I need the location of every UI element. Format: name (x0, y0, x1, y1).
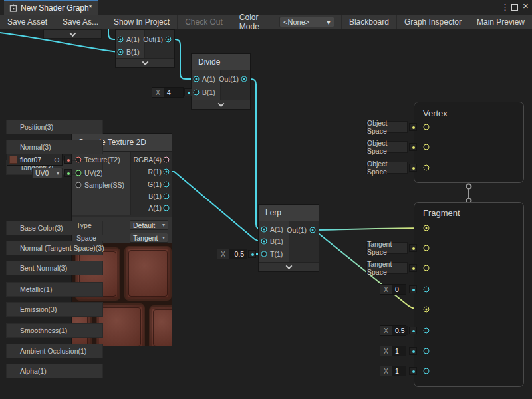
port-tangent[interactable] (424, 165, 430, 171)
vertex-block[interactable]: Vertex (414, 102, 524, 183)
fragment-title: Fragment (423, 208, 460, 218)
fragment-row-smoothness[interactable]: Smoothness(1) (6, 323, 103, 338)
input-port-sampler[interactable] (76, 182, 82, 188)
input-port-texture[interactable] (76, 157, 82, 163)
output-port-g[interactable] (164, 182, 170, 188)
port-normal-tangent-space[interactable] (424, 245, 430, 251)
lerp-t-value-field[interactable]: X -0.5 (217, 249, 246, 259)
vertex-row-normal[interactable]: Normal(3) (6, 140, 103, 154)
save-asset-button[interactable]: Save Asset (0, 15, 55, 29)
graph-inspector-button[interactable]: Graph Inspector (397, 15, 469, 29)
input-port-uv[interactable] (76, 170, 82, 176)
fragment-row-metallic[interactable]: Metallic(1) (6, 282, 103, 297)
row-label: Normal(3) (20, 143, 51, 151)
metallic-value-field[interactable]: X 0 (380, 284, 406, 295)
ambient-occlusion-value-field[interactable]: X 1 (380, 346, 406, 356)
node-title[interactable]: Divide (192, 54, 250, 70)
vertex-title: Vertex (423, 108, 448, 118)
preview-tile (124, 246, 172, 301)
output-port-r[interactable] (164, 169, 170, 175)
port-position[interactable] (424, 124, 430, 130)
x-label: X (217, 250, 229, 258)
value-connector-dot (64, 156, 72, 164)
blackboard-button[interactable]: Blackboard (341, 15, 397, 29)
port-emission[interactable] (424, 307, 430, 313)
color-mode-value: <None> (283, 18, 309, 26)
show-in-project-button[interactable]: Show In Project (106, 15, 178, 29)
input-port-b[interactable] (194, 90, 200, 96)
x-value[interactable]: 4 (164, 88, 183, 97)
close-icon[interactable]: × (523, 1, 529, 11)
preview-expander[interactable] (192, 100, 250, 109)
port-base-color[interactable] (424, 225, 430, 231)
x-value[interactable]: 0.5 (392, 326, 408, 335)
fragment-row-alpha[interactable]: Alpha(1) (6, 364, 103, 378)
node-lerp[interactable]: Lerp (258, 204, 319, 272)
chevron-down-icon (285, 263, 292, 269)
alpha-value-field[interactable]: X 1 (380, 366, 406, 376)
input-port-a[interactable] (118, 37, 124, 43)
texture-object-field[interactable]: floor07 ⊙ (7, 154, 63, 166)
output-port-out[interactable] (166, 37, 172, 43)
space-binding-badge: Object Space (366, 141, 408, 153)
vertex-row-position[interactable]: Position(3) (6, 120, 103, 134)
type-dropdown[interactable]: Default ▾ (130, 220, 168, 230)
port-label-b: B(1) (120, 192, 162, 200)
port-smoothness[interactable] (424, 328, 430, 334)
tab-new-shader-graph[interactable]: New Shader Graph* (4, 0, 98, 15)
output-port-rgba[interactable] (164, 157, 170, 163)
preview-expander[interactable] (259, 262, 319, 271)
fragment-row-bent-normal[interactable]: Bent Normal(3) (6, 261, 103, 275)
port-label-a: A(1) (120, 204, 162, 212)
value-connector-dot (409, 367, 417, 375)
output-port-out[interactable] (310, 227, 316, 233)
node-title[interactable]: Lerp (259, 205, 319, 221)
row-label: Base Color(3) (20, 224, 63, 232)
port-label-r: R(1) (120, 168, 162, 176)
port-bent-normal[interactable] (424, 265, 430, 271)
space-dropdown[interactable]: Tangent ▾ (130, 233, 168, 243)
input-port-a[interactable] (261, 227, 267, 233)
preview-expander[interactable] (116, 58, 174, 67)
row-label: Bent Normal(3) (20, 264, 67, 272)
color-mode-dropdown[interactable]: <None> ▾ (279, 17, 334, 27)
port-metallic[interactable] (424, 287, 430, 293)
preview-tile (96, 303, 145, 346)
input-port-t[interactable] (261, 251, 267, 257)
space-binding-badge: Tangent Space (366, 262, 408, 274)
uv-channel-dropdown[interactable]: UV0 ▾ (32, 168, 63, 178)
x-value[interactable]: 1 (392, 346, 406, 356)
fragment-row-normal[interactable]: Normal (Tangent Space)(3) (6, 241, 103, 255)
port-ambient-occlusion[interactable] (424, 348, 430, 354)
x-value[interactable]: -0.5 (229, 249, 247, 259)
fragment-block[interactable]: Fragment (414, 202, 524, 387)
output-port-out[interactable] (241, 76, 247, 82)
port-label-b: B(1) (126, 48, 140, 56)
value-connector-dot (409, 327, 417, 334)
menu-dots-icon[interactable]: ⋮ (501, 2, 509, 13)
port-label-rgba: RGBA(4) (120, 156, 162, 164)
input-port-a[interactable] (194, 76, 200, 82)
input-port-b[interactable] (118, 49, 124, 55)
port-normal[interactable] (424, 144, 430, 150)
x-value[interactable]: 1 (392, 366, 406, 376)
row-label: Normal (Tangent Space)(3) (20, 244, 104, 252)
input-port-b[interactable] (261, 239, 267, 245)
output-port-b[interactable] (164, 194, 170, 200)
main-preview-button[interactable]: Main Preview (469, 15, 532, 29)
divide-b-value-field[interactable]: X 4 (152, 87, 184, 98)
x-value[interactable]: 0 (392, 285, 406, 294)
x-label: X (152, 88, 164, 96)
smoothness-value-field[interactable]: X 0.5 (380, 325, 406, 336)
save-as-button[interactable]: Save As... (55, 15, 106, 29)
port-label-texture: Texture(T2) (84, 156, 120, 164)
collapsed-node-strip[interactable] (43, 29, 102, 39)
fragment-row-emission[interactable]: Emission(3) (6, 302, 103, 317)
maximize-icon[interactable] (511, 4, 518, 11)
fragment-row-ambient-occlusion[interactable]: Ambient Occlusion(1) (6, 344, 103, 358)
output-port-a[interactable] (164, 205, 170, 211)
value-connector-dot (409, 164, 417, 172)
chevron-down-icon (142, 59, 148, 65)
port-alpha[interactable] (424, 368, 430, 374)
object-picker-icon[interactable]: ⊙ (54, 156, 60, 164)
